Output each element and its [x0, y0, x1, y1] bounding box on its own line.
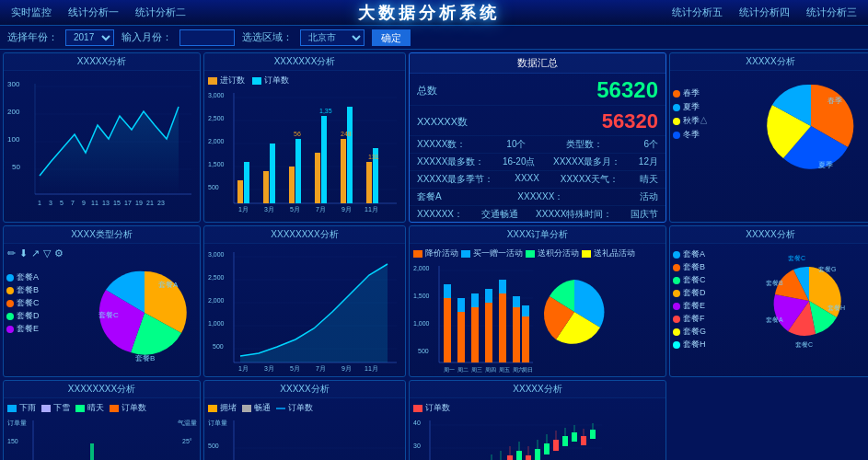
summer-label: 夏季: [683, 101, 700, 113]
nav-stats4[interactable]: 统计分析四: [735, 4, 793, 21]
header: 实时监控 线计分析一 统计分析二 大数据分析系统 统计分析五 统计分析四 统计分…: [0, 0, 868, 26]
leg-orders: 订单数: [110, 402, 146, 414]
stats-row-2: XXXXX最多数： 16-20点 XXXXX最多月： 12月: [410, 154, 665, 171]
panel4-content: 春季 夏季 秋季△ 冬季: [670, 71, 868, 221]
svg-text:套餐C: 套餐C: [795, 341, 813, 348]
svg-text:订单量: 订单量: [208, 420, 227, 426]
panel-line-chart: XXXXX分析 300 200 100 50: [3, 52, 201, 223]
svg-text:17: 17: [124, 200, 132, 206]
panel1-content: 300 200 100 50: [4, 71, 200, 221]
svg-rect-224: [590, 430, 596, 439]
svg-text:订单量: 订单量: [7, 420, 27, 426]
leg-buyone: 买一赠一活动: [461, 247, 523, 259]
pie1-svg: 套餐A 套餐B 套餐C: [80, 258, 200, 368]
svg-text:11: 11: [91, 200, 98, 206]
nav-stats2[interactable]: 统计分析二: [132, 4, 190, 21]
svg-text:1月: 1月: [238, 206, 249, 213]
winter-color: [673, 132, 680, 139]
svg-text:周二: 周二: [457, 367, 469, 373]
traffic-svg: 订单量 500 300 100 车流量 300 200 100: [208, 416, 406, 460]
nav-stats5[interactable]: 统计分析五: [668, 4, 726, 21]
leg-rain: 下雨: [7, 402, 36, 414]
bar-chart-svg: 3,000 2,500 2,000 1,500 500: [208, 88, 401, 223]
leg-d1: 套餐D: [6, 310, 40, 322]
svg-text:2,500: 2,500: [208, 115, 225, 121]
panel2-content: 进订数 订单数 3,000 2,500 2,000 1,500 500: [204, 71, 405, 221]
leg-d2: 套餐D: [673, 287, 706, 299]
svg-text:150: 150: [7, 438, 18, 444]
leg-e1: 套餐E: [6, 323, 40, 335]
legend-summer: 夏季: [673, 101, 708, 113]
leg-sunny-color: [75, 405, 85, 412]
leg-smooth: 畅通: [242, 402, 271, 414]
leg-a2-color: [673, 251, 680, 259]
svg-text:3月: 3月: [264, 206, 274, 213]
svg-text:1月: 1月: [238, 365, 249, 372]
toolbar: 选择年份： 2017 输入月份： 选选区域： 北京市 确定: [0, 26, 868, 50]
svg-text:2,000: 2,000: [208, 138, 225, 144]
svg-text:25°: 25°: [182, 438, 192, 444]
panel5-content: ✏ ⬇ ↗ ▽ ⚙ 套餐A 套餐B 套餐C 套餐D 套餐E 套餐A: [4, 244, 200, 375]
line2-svg: 3,000 2,500 2,000 1,000 500 1月 3月 5月 7月 …: [208, 247, 401, 377]
leg-e2-color: [673, 303, 680, 310]
region-label: 选选区域：: [242, 30, 293, 44]
nav-realtime[interactable]: 实时监控: [7, 4, 55, 21]
legend-color-orders: [208, 77, 217, 85]
svg-rect-216: [553, 440, 559, 451]
region-select[interactable]: 北京市: [300, 29, 365, 46]
bar-legend: 进订数 订单数: [208, 75, 401, 86]
svg-rect-99: [499, 280, 506, 293]
svg-rect-39: [289, 167, 295, 203]
leg-c2-color: [673, 277, 680, 284]
order-svg: 2,000 1,500 1,000 500: [413, 261, 607, 377]
panel6-content: 3,000 2,500 2,000 1,000 500 1月 3月 5月 7月 …: [204, 244, 405, 375]
leg-d2-color: [673, 290, 680, 297]
leg-points-color: [526, 250, 535, 258]
xxxxx-value: 56320: [602, 109, 658, 133]
leg-sunny: 晴天: [75, 402, 104, 414]
nav-line1[interactable]: 线计分析一: [64, 4, 122, 21]
svg-rect-35: [237, 180, 243, 203]
panel1-title: XXXXX分析: [4, 53, 200, 71]
month-label: 输入月份：: [122, 30, 172, 44]
leg-c1-color: [6, 300, 14, 307]
svg-text:131: 131: [368, 154, 379, 160]
panel-weather: XXXXXXXX分析 下雨 下雪 晴天 订单数 订单量 150 100 0 气温…: [3, 380, 201, 460]
svg-rect-212: [535, 449, 540, 460]
svg-text:13: 13: [102, 200, 110, 206]
stats-row-3: XXXXX最多季节： XXXX XXXXX天气： 晴天: [410, 171, 665, 189]
edit-icon[interactable]: ✏: [7, 247, 16, 259]
download-icon[interactable]: ⬇: [19, 247, 28, 259]
leg-d1-color: [6, 313, 14, 320]
total-label: 总数: [417, 84, 437, 98]
svg-text:500: 500: [213, 343, 224, 350]
svg-text:5: 5: [60, 200, 64, 206]
panel11-title: XXXXX分析: [410, 381, 665, 398]
panel-pie-package1: XXXX类型分析 ✏ ⬇ ↗ ▽ ⚙ 套餐A 套餐B 套餐C 套餐D 套餐E: [3, 225, 201, 377]
svg-rect-133: [90, 443, 94, 460]
confirm-button[interactable]: 确定: [372, 29, 411, 46]
svg-text:500: 500: [208, 184, 219, 190]
nav-stats3[interactable]: 统计分析三: [803, 4, 861, 21]
legend-units: 订单数: [252, 75, 289, 86]
leg-c1: 套餐C: [6, 297, 40, 309]
settings-icon[interactable]: ⚙: [54, 247, 64, 259]
svg-text:100: 100: [7, 135, 20, 144]
leg-snow: 下雪: [41, 402, 70, 414]
year-select[interactable]: 2017: [65, 29, 114, 46]
candle-legend: 订单数: [413, 402, 662, 414]
svg-text:套餐A: 套餐A: [766, 316, 783, 323]
leg-cong-color: [208, 405, 217, 412]
autumn-label: 秋季△: [683, 115, 708, 127]
svg-rect-94: [471, 307, 479, 362]
svg-text:套餐G: 套餐G: [818, 266, 836, 272]
month-input[interactable]: [179, 29, 235, 46]
svg-text:30: 30: [413, 443, 421, 449]
legend-spring: 春季: [673, 87, 708, 99]
weather-legend: 下雨 下雪 晴天 订单数: [7, 402, 196, 414]
filter-icon[interactable]: ▽: [43, 247, 51, 259]
panel4-title: XXXXX分析: [670, 53, 868, 71]
svg-text:7月: 7月: [316, 365, 326, 372]
order-legend: 降价活动 买一赠一活动 送积分活动 送礼品活动: [413, 247, 662, 259]
share-icon[interactable]: ↗: [31, 247, 40, 259]
